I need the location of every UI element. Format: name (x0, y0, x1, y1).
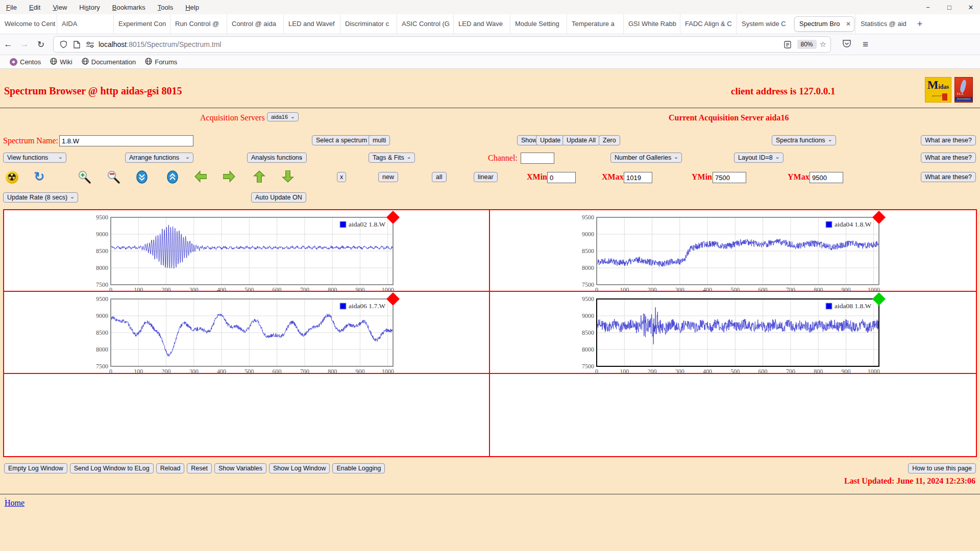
bookmark-star-icon[interactable]: ☆ (820, 40, 826, 49)
what-are-these-button-2[interactable]: What are these? (921, 153, 976, 163)
how-to-use-button[interactable]: How to use this page (908, 463, 976, 473)
tab-2[interactable]: Experiment Con (113, 14, 170, 34)
arrow-up-icon[interactable] (253, 170, 265, 183)
tab-9[interactable]: Module Setting (510, 14, 567, 34)
show-variables-button[interactable]: Show Variables (214, 463, 266, 473)
expand-icon[interactable] (166, 170, 179, 184)
spectrum-name-input[interactable] (59, 135, 193, 146)
gallery-cell-6[interactable] (490, 374, 976, 456)
spectrum-plot[interactable]: 7500800085009000950001002003004005006007… (573, 210, 891, 297)
refresh-icon[interactable]: ↻ (33, 170, 46, 184)
menu-bookmarks[interactable]: Bookmarks (106, 4, 152, 11)
arrow-left-icon[interactable] (194, 170, 207, 183)
tab-close-icon[interactable]: ✕ (846, 17, 851, 31)
spectrum-plot[interactable]: 7500800085009000950001002003004005006007… (87, 210, 405, 297)
zoom-out-icon[interactable] (107, 170, 120, 184)
tab-7[interactable]: ASIC Control (G (397, 14, 453, 34)
send-log-window-to-elog-button[interactable]: Send Log Window to ELog (70, 463, 154, 473)
bookmark-forums[interactable]: Forums (140, 58, 182, 66)
ymin-input[interactable] (713, 172, 746, 183)
tab-0[interactable]: Welcome to Cent (0, 14, 57, 34)
update-rate-dropdown[interactable]: Update Rate (8 secs) (3, 192, 78, 203)
xmin-input[interactable] (547, 172, 576, 183)
menu-help[interactable]: Help (179, 4, 205, 11)
spectrum-chart-aida06[interactable]: 7500800085009000950001002003004005006007… (87, 292, 405, 381)
reader-mode-icon[interactable] (781, 41, 794, 48)
permissions-icon[interactable] (83, 41, 96, 48)
gallery-cell-1[interactable]: 7500800085009000950001002003004005006007… (4, 210, 490, 292)
acquisition-server-select[interactable]: aida16 (267, 112, 299, 121)
all-button[interactable]: all (432, 172, 447, 182)
reload-button[interactable]: ↻ (33, 39, 49, 50)
tab-11[interactable]: GSI White Rabb (623, 14, 680, 34)
x-button[interactable]: x (337, 172, 346, 182)
spectrum-plot[interactable]: 7500800085009000950001002003004005006007… (573, 292, 891, 379)
bookmark-wiki[interactable]: Wiki (45, 58, 77, 66)
menu-history[interactable]: History (73, 4, 106, 11)
reset-button[interactable]: Reset (187, 463, 212, 473)
tab-13[interactable]: System wide C (737, 14, 793, 34)
spectrum-plot[interactable]: 7500800085009000950001002003004005006007… (87, 292, 405, 379)
menu-tools[interactable]: Tools (152, 4, 179, 11)
tab-1[interactable]: AIDA (57, 14, 113, 34)
gallery-cell-2[interactable]: 7500800085009000950001002003004005006007… (490, 210, 976, 292)
collapse-icon[interactable] (135, 170, 149, 184)
new-button[interactable]: new (378, 172, 398, 182)
tab-4[interactable]: Control @ aida (227, 14, 283, 34)
tab-12[interactable]: FADC Align & C (680, 14, 737, 34)
shield-icon[interactable] (57, 40, 70, 48)
url-bar[interactable]: localhost:8015/Spectrum/Spectrum.tml 80%… (53, 36, 831, 53)
new-tab-button[interactable]: + (912, 19, 927, 30)
spectrum-chart-aida02[interactable]: 7500800085009000950001002003004005006007… (87, 210, 405, 299)
back-button[interactable]: ← (0, 39, 16, 49)
auto-update-button[interactable]: Auto Update ON (251, 192, 306, 203)
maximize-button[interactable]: □ (945, 4, 953, 11)
app-menu-icon[interactable]: ≡ (863, 39, 868, 50)
spectra-functions-dropdown[interactable]: Spectra functions (772, 135, 836, 145)
page-info-icon[interactable] (70, 41, 83, 48)
zero-button[interactable]: Zero (599, 135, 620, 145)
zoom-in-icon[interactable] (78, 170, 91, 184)
tags-fits-dropdown[interactable]: Tags & Fits (369, 153, 415, 163)
gallery-cell-3[interactable]: 7500800085009000950001002003004005006007… (4, 292, 490, 374)
bookmark-centos[interactable]: Centos (5, 58, 45, 66)
update-button[interactable]: Update (536, 135, 565, 145)
menu-file[interactable]: File (0, 4, 23, 11)
tab-14[interactable]: Spectrum Bro✕ (794, 16, 854, 32)
bookmark-documentation[interactable]: Documentation (77, 58, 140, 66)
analysis-functions-dropdown[interactable]: Analysis functions (247, 153, 307, 163)
pocket-icon[interactable] (842, 39, 851, 50)
empty-log-window-button[interactable]: Empty Log Window (4, 463, 67, 473)
enable-logging-button[interactable]: Enable Logging (332, 463, 385, 473)
layout-id-dropdown[interactable]: Layout ID=8 (734, 153, 783, 163)
gallery-cell-4[interactable]: 7500800085009000950001002003004005006007… (490, 292, 976, 374)
menu-edit[interactable]: Edit (23, 4, 46, 11)
arrow-right-icon[interactable] (223, 170, 235, 183)
spectrum-chart-aida04[interactable]: 7500800085009000950001002003004005006007… (573, 210, 891, 299)
gallery-cell-5[interactable] (4, 374, 490, 456)
channel-input[interactable] (521, 153, 554, 164)
what-are-these-button-3[interactable]: What are these? (921, 172, 976, 182)
minimize-button[interactable]: − (924, 4, 932, 11)
xmax-input[interactable] (624, 172, 652, 183)
multi-button[interactable]: multi (369, 135, 390, 145)
tab-8[interactable]: LED and Wave (453, 14, 510, 34)
radiation-icon[interactable]: ☢ (5, 170, 18, 184)
linear-button[interactable]: linear (474, 172, 498, 182)
tab-10[interactable]: Temperature a (567, 14, 623, 34)
arrow-down-icon[interactable] (282, 170, 294, 183)
menu-view[interactable]: View (46, 4, 73, 11)
forward-button[interactable]: → (16, 39, 33, 49)
number-of-galleries-dropdown[interactable]: Number of Galleries (610, 153, 682, 163)
update-all-button[interactable]: Update All (562, 135, 600, 145)
view-functions-dropdown[interactable]: View functions (3, 153, 66, 163)
tab-5[interactable]: LED and Wavef (283, 14, 340, 34)
show-log-window-button[interactable]: Show Log Window (269, 463, 330, 473)
zoom-level-badge[interactable]: 80% (797, 40, 817, 49)
tab-3[interactable]: Run Control @ (170, 14, 227, 34)
tab-6[interactable]: Discriminator c (340, 14, 397, 34)
home-link[interactable]: Home (5, 498, 24, 507)
tab-15[interactable]: Statistics @ aid (855, 14, 912, 34)
ymax-input[interactable] (810, 172, 843, 183)
url-text[interactable]: localhost:8015/Spectrum/Spectrum.tml (99, 40, 781, 48)
